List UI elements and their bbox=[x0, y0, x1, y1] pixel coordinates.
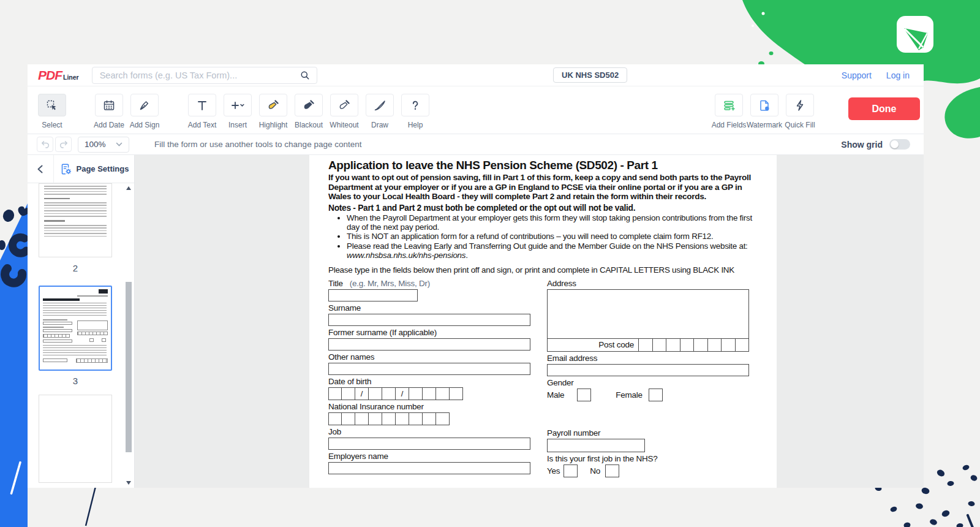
chevron-left-icon bbox=[36, 164, 45, 174]
surname-field[interactable] bbox=[328, 314, 530, 326]
quick-fill-button[interactable]: Quick Fill bbox=[785, 94, 815, 129]
dob-slash: / bbox=[355, 387, 369, 400]
form-instruction: Please type in the fields below then pri… bbox=[328, 265, 757, 275]
gender-label: Gender bbox=[547, 379, 749, 387]
screen: PDF Liner UK NHS SD502 Support Log in bbox=[0, 0, 980, 527]
female-checkbox[interactable] bbox=[649, 389, 663, 401]
job-field[interactable] bbox=[328, 438, 530, 450]
show-grid-toggle[interactable] bbox=[889, 139, 910, 150]
watermark-button[interactable]: Watermark bbox=[749, 94, 780, 129]
ni-number-label: National Insurance number bbox=[328, 403, 530, 411]
done-button[interactable]: Done bbox=[848, 97, 920, 120]
form-intro: If you want to opt out of pension saving… bbox=[328, 173, 755, 202]
postcode-field[interactable] bbox=[638, 339, 748, 351]
scroll-down-icon[interactable] bbox=[126, 481, 131, 485]
add-date-button[interactable]: Add Date bbox=[94, 94, 124, 129]
dob-label: Date of birth bbox=[328, 377, 530, 386]
yes-checkbox[interactable] bbox=[564, 464, 578, 477]
former-surname-label: Former surname (If applicable) bbox=[328, 328, 530, 337]
no-checkbox[interactable] bbox=[605, 464, 619, 477]
support-link[interactable]: Support bbox=[842, 70, 872, 80]
text-icon bbox=[195, 99, 209, 112]
ni-number-field[interactable] bbox=[328, 412, 530, 425]
zoom-select[interactable]: 100% bbox=[78, 137, 129, 153]
page-settings-icon bbox=[59, 162, 72, 175]
add-sign-button[interactable]: Add Sign bbox=[129, 94, 160, 129]
male-checkbox[interactable] bbox=[577, 389, 591, 401]
first-job-label: Is this your first job in the NHS? bbox=[547, 455, 749, 463]
email-label: Email address bbox=[547, 354, 749, 363]
toolbar: Select Add Date bbox=[28, 86, 924, 134]
scrollbar-thumb[interactable] bbox=[126, 282, 132, 452]
help-button[interactable]: Help bbox=[400, 94, 431, 129]
note-item: This is NOT an application form for a re… bbox=[347, 232, 754, 241]
surname-label: Surname bbox=[328, 304, 530, 313]
page-3-thumbnail-selected[interactable] bbox=[39, 286, 112, 371]
dob-slash: / bbox=[396, 387, 409, 400]
lightning-icon bbox=[793, 99, 807, 112]
highlight-button[interactable]: Highlight bbox=[258, 94, 288, 129]
search-input[interactable] bbox=[99, 70, 300, 81]
top-bar: PDF Liner UK NHS SD502 Support Log in bbox=[28, 64, 924, 86]
pdf-page[interactable]: Application to leave the NHS Pension Sch… bbox=[309, 155, 777, 488]
scroll-up-icon[interactable] bbox=[126, 186, 131, 190]
whiteout-brush-icon bbox=[337, 99, 351, 112]
add-text-button[interactable]: Add Text bbox=[187, 94, 217, 129]
female-label: Female bbox=[616, 390, 643, 400]
payroll-field[interactable] bbox=[547, 439, 645, 452]
no-label: No bbox=[590, 466, 600, 476]
note-item: Please read the Leaving Early and Transf… bbox=[347, 241, 754, 260]
title-label: Title(e.g. Mr, Mrs, Miss, Dr) bbox=[328, 279, 530, 288]
page-3-number: 3 bbox=[39, 376, 112, 386]
page-2-thumbnail[interactable] bbox=[39, 183, 112, 257]
male-label: Male bbox=[547, 390, 564, 400]
address-field[interactable]: Post code bbox=[547, 289, 749, 352]
insert-button[interactable]: Insert bbox=[222, 94, 253, 129]
collapse-sidebar-button[interactable] bbox=[28, 155, 54, 183]
former-surname-field[interactable] bbox=[328, 338, 530, 351]
employer-field[interactable] bbox=[328, 462, 530, 474]
other-names-field[interactable] bbox=[328, 363, 530, 375]
dob-field[interactable]: / / bbox=[328, 387, 530, 400]
form-right-column: Address Post code bbox=[547, 277, 749, 478]
form-notes-heading: Notes - Part 1 and Part 2 must both be c… bbox=[328, 203, 757, 213]
draw-button[interactable]: Draw bbox=[364, 94, 395, 129]
payroll-group: Payroll number bbox=[547, 429, 749, 452]
blackout-button[interactable]: Blackout bbox=[293, 94, 324, 129]
sidebar-scrollbar[interactable] bbox=[126, 185, 132, 486]
sidebar-header: Page Settings bbox=[28, 155, 134, 183]
undo-button[interactable] bbox=[37, 137, 53, 152]
redo-button[interactable] bbox=[55, 137, 72, 152]
chevron-down-icon bbox=[116, 142, 123, 147]
top-links: Support Log in bbox=[842, 70, 924, 80]
toolbar-right: Add Fields Watermark Quick Fill bbox=[714, 94, 920, 129]
draw-brush-icon bbox=[373, 99, 386, 112]
highlight-brush-icon bbox=[266, 99, 280, 112]
title-field[interactable] bbox=[328, 289, 418, 301]
login-link[interactable]: Log in bbox=[886, 70, 910, 80]
select-tool-button[interactable]: Select bbox=[37, 94, 67, 129]
employer-label: Employers name bbox=[328, 452, 530, 461]
zoom-value: 100% bbox=[85, 140, 106, 149]
toolbar-hint-text: Fill the form or use another tools to ch… bbox=[154, 140, 361, 149]
form-title: Application to leave the NHS Pension Sch… bbox=[328, 159, 757, 172]
page-thumbnails: 2 bbox=[28, 183, 134, 488]
nhs-pensions-url: www.nhsbsa.nhs.uk/nhs-pensions bbox=[347, 251, 466, 260]
show-grid-control: Show grid bbox=[841, 139, 910, 150]
add-fields-button[interactable]: Add Fields bbox=[714, 94, 744, 129]
plus-chevron-icon bbox=[230, 99, 246, 112]
page-4-thumbnail[interactable] bbox=[39, 395, 112, 483]
email-field[interactable] bbox=[547, 364, 749, 376]
redo-icon bbox=[58, 139, 69, 150]
search-icon[interactable] bbox=[300, 70, 311, 81]
pages-sidebar: Page Settings 2 bbox=[28, 155, 135, 488]
whiteout-button[interactable]: Whiteout bbox=[329, 94, 360, 129]
note-item: When the Payroll Department at your empl… bbox=[347, 213, 754, 232]
form-left-column: Title(e.g. Mr, Mrs, Miss, Dr) Surname Fo… bbox=[328, 277, 530, 478]
pdfliner-logo[interactable]: PDF Liner bbox=[38, 68, 79, 83]
slash-mark bbox=[86, 487, 96, 526]
document-name-badge: UK NHS SD502 bbox=[553, 67, 627, 83]
search-box bbox=[92, 67, 317, 84]
gender-options: Male Female bbox=[547, 389, 749, 402]
page-settings-button[interactable]: Page Settings bbox=[54, 155, 134, 183]
